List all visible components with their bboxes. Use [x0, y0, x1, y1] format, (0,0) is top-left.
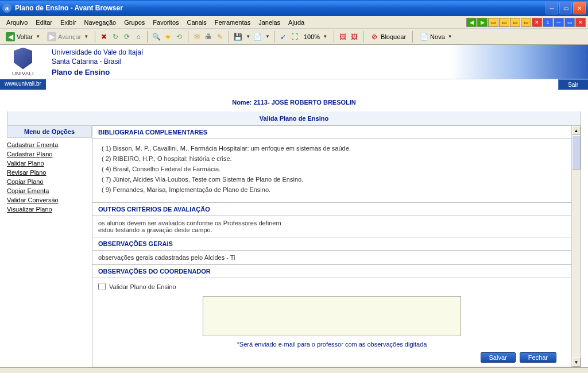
sidebar-item-cadastrar-ementa[interactable]: Cadastrar Ementa: [7, 140, 92, 149]
history-icon[interactable]: ⟲: [175, 32, 184, 41]
edit-icon[interactable]: ✎: [215, 32, 225, 41]
sidebar-item-validar-plano[interactable]: Validar Plano: [7, 159, 92, 168]
page-title: Plano de Ensino: [52, 68, 444, 76]
zoom-control[interactable]: 100% ▼: [301, 32, 330, 41]
home-icon[interactable]: ⌂: [134, 32, 143, 41]
header-line2: Santa Catarina - Brasil: [52, 57, 444, 66]
logo-icon: [14, 48, 32, 70]
bibliografia-header: BIBLIOGRAFIA COMPLEMENTARES: [92, 126, 571, 139]
refresh-icon[interactable]: ↻: [111, 32, 120, 41]
scroll-thumb[interactable]: [572, 135, 581, 170]
minimize-button[interactable]: ─: [546, 2, 558, 14]
zoom-value: 100%: [304, 33, 320, 40]
block-button[interactable]: ⊘ Bloquear: [368, 31, 408, 43]
menu-ferramentas[interactable]: Ferramentas: [211, 18, 254, 27]
sidebar-item-revisar-plano[interactable]: Revisar Plano: [7, 168, 92, 177]
forward-button[interactable]: ▶ Avançar ▼: [45, 31, 91, 43]
picture-icon[interactable]: 🖼: [338, 32, 347, 41]
outros-line: os alunos devem ser avaliados conforme o…: [98, 220, 566, 226]
back-label: Voltar: [17, 33, 33, 40]
titlebar: a Plano de Ensino - Avant Browser ─ ▭ ✕: [0, 0, 588, 16]
menu-favoritos[interactable]: Favoritos: [149, 18, 183, 27]
mail-icon[interactable]: ✉: [192, 32, 202, 41]
forward-icon: ▶: [47, 32, 56, 41]
sidebar-item-validar-conversao[interactable]: Validar Conversão: [7, 195, 92, 205]
menu-exibir[interactable]: Exibir: [56, 18, 80, 27]
cursor-icon[interactable]: ➹: [278, 32, 288, 41]
save-icon[interactable]: 💾: [233, 32, 242, 41]
new-label: Nova: [430, 33, 445, 40]
menu-navegacao[interactable]: Navegação: [80, 18, 121, 27]
bib-item: ( 7) Júnior, Alcides Vila-Loubos, Teste …: [102, 176, 562, 183]
close-button[interactable]: ✕: [573, 2, 586, 14]
header-line1: Universidade do Vale do Itajaí: [52, 48, 444, 56]
tab-btn-2[interactable]: ▭: [499, 18, 509, 27]
favorites-icon[interactable]: ★: [163, 32, 172, 41]
back-button[interactable]: ◀ Voltar ▼: [3, 31, 42, 43]
dropdown-icon: ▼: [448, 34, 452, 39]
fechar-button[interactable]: Fechar: [520, 352, 556, 363]
tab-nav-left-icon[interactable]: ◀: [466, 18, 477, 27]
maximize-button[interactable]: ▭: [559, 2, 572, 14]
salvar-button[interactable]: Salvar: [481, 352, 516, 363]
dropdown-icon: ▼: [323, 34, 327, 39]
url-row: www.univali.br Sair: [0, 79, 588, 90]
validar-checkbox-label: Validar Plano de Ensino: [109, 283, 176, 290]
scrollbar[interactable]: ▲ ▼: [571, 126, 581, 367]
tab-close-icon[interactable]: ✕: [532, 18, 542, 27]
stop-icon[interactable]: ✖: [99, 32, 109, 41]
bibliografia-body: ( 1) Bisson, M. P., Cavallini, M., Farmá…: [92, 139, 571, 203]
separator: [95, 31, 95, 43]
dropdown-icon[interactable]: ▼: [246, 34, 250, 39]
sidebar-item-cadastrar-plano[interactable]: Cadastrar Plano: [7, 149, 92, 159]
statusbar: [0, 367, 588, 373]
sidebar-item-copiar-ementa[interactable]: Copiar Ementa: [7, 186, 92, 195]
menu-arquivo[interactable]: Arquivo: [2, 18, 32, 27]
tab-min-icon[interactable]: ─: [554, 18, 564, 27]
observacoes-header: OBSERVAÇÕES GERAIS: [92, 237, 571, 251]
menu-canais[interactable]: Canais: [183, 18, 211, 27]
dropdown-icon: ▼: [84, 34, 88, 39]
sidebar-item-visualizar-plano[interactable]: Visualizar Plano: [7, 205, 92, 214]
app-icon: a: [2, 3, 11, 13]
dropdown-icon[interactable]: ▼: [265, 34, 270, 39]
tab-close2-icon[interactable]: ✕: [575, 18, 586, 27]
search-icon[interactable]: 🔍: [152, 32, 161, 41]
scroll-down-icon[interactable]: ▼: [572, 357, 581, 367]
menu-ajuda[interactable]: Ajuda: [284, 18, 308, 27]
tab-btn-3[interactable]: ▭: [510, 18, 520, 27]
tab-btn-1[interactable]: ▭: [488, 18, 498, 27]
header-image: [450, 45, 588, 79]
scroll-track[interactable]: [572, 135, 581, 357]
block-icon: ⊘: [370, 32, 379, 41]
outros-line: estou testando a gravação deste campo.: [98, 226, 566, 233]
menu-editar[interactable]: Editar: [32, 18, 56, 27]
sidebar-item-copiar-plano[interactable]: Copiar Plano: [7, 177, 92, 186]
sidebar: Menu de Opções Cadastrar Ementa Cadastra…: [7, 125, 92, 367]
print-icon[interactable]: 🖶: [204, 32, 213, 41]
fullscreen-icon[interactable]: ⛶: [290, 32, 299, 41]
menu-grupos[interactable]: Grupos: [120, 18, 149, 27]
validar-checkbox[interactable]: [98, 283, 106, 290]
tab-num-icon[interactable]: 1: [543, 18, 553, 27]
scroll-up-icon[interactable]: ▲: [572, 126, 581, 135]
menu-janelas[interactable]: Janelas: [254, 18, 284, 27]
refresh2-icon[interactable]: ⟳: [122, 32, 131, 41]
dropdown-icon: ▼: [36, 34, 40, 39]
observacoes-textarea[interactable]: [203, 296, 461, 336]
tab-btn-4[interactable]: ▭: [521, 18, 531, 27]
window-title: Plano de Ensino - Avant Browser: [15, 4, 546, 12]
separator: [229, 31, 229, 43]
back-icon: ◀: [6, 32, 15, 41]
tab-max-icon[interactable]: ▭: [564, 18, 575, 27]
picture2-icon[interactable]: 🖼: [350, 32, 359, 41]
separator: [363, 31, 363, 43]
new-button[interactable]: 📄 Nova ▼: [417, 31, 455, 43]
doc-icon[interactable]: 📄: [253, 32, 262, 41]
separator: [334, 31, 334, 43]
logout-button[interactable]: Sair: [558, 79, 588, 90]
logo-area: UNIVALI: [0, 45, 46, 79]
tab-nav-right-icon[interactable]: ▶: [477, 18, 488, 27]
observacoes-body: observações gerais cadastradas pelo Alci…: [92, 251, 571, 265]
section-main-title: Valida Plano de Ensino: [7, 111, 581, 125]
